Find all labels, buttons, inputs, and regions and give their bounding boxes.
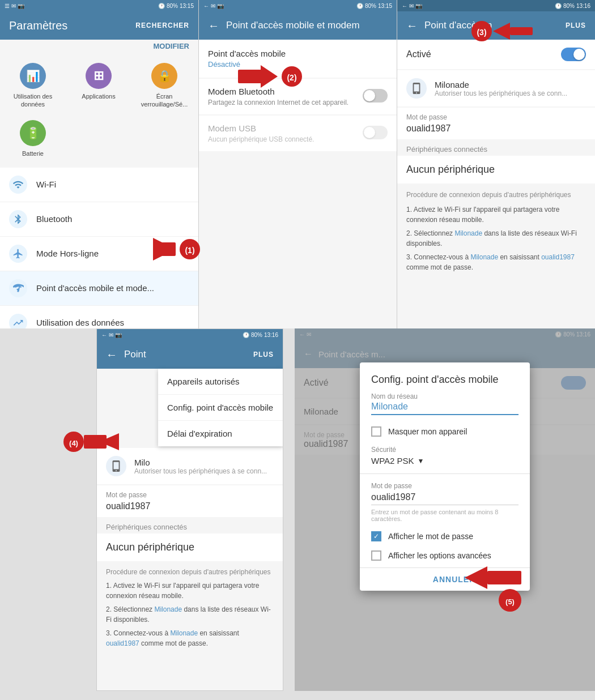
device-name: Milonade xyxy=(435,80,567,89)
p4-status-left: ← ✉ 📷 xyxy=(101,332,122,338)
settings-menu: Wi-Fi Bluetooth Mode Hors-ligne xyxy=(0,168,198,328)
plus-button[interactable]: PLUS xyxy=(566,22,586,29)
usb-modem-content: Modem USB Aucun périphérique USB connect… xyxy=(208,123,363,143)
modal-buttons: ANNULER ENREG. xyxy=(360,568,530,591)
menu-item-hotspot[interactable]: Point d'accès mobile et mode... xyxy=(0,271,198,306)
activated-row: Activé xyxy=(397,40,595,69)
hide-label: Masquer mon appareil xyxy=(388,427,467,436)
show-password-row[interactable]: ✓ Afficher le mot de passe xyxy=(360,527,530,546)
back-arrow-2[interactable]: ← xyxy=(208,19,219,32)
device-info: Milonade Autoriser tous les périphérique… xyxy=(435,80,567,97)
active-toggle[interactable] xyxy=(561,48,586,61)
p4-step-2: 2. Sélectionnez Milonade dans la liste d… xyxy=(106,604,274,625)
usb-modem-section[interactable]: Modem USB Aucun périphérique USB connect… xyxy=(199,116,397,151)
cancel-button[interactable]: ANNULER xyxy=(433,575,475,584)
show-pw-checkbox[interactable]: ✓ xyxy=(371,531,381,541)
p4-step-3: 3. Connectez-vous à Milonade en saisissa… xyxy=(106,628,274,648)
menu-label-airplane: Mode Hors-ligne xyxy=(36,249,99,258)
menu-item-wifi[interactable]: Wi-Fi xyxy=(0,168,198,202)
panel-settings: ☰ ✉ 📷 🕐 80% 13:15 Paramètres RECHERCHER … xyxy=(0,0,198,328)
menu-item-bluetooth[interactable]: Bluetooth xyxy=(0,202,198,237)
icon-label-battery: Batterie xyxy=(22,150,44,157)
data-usage-icon xyxy=(9,314,27,328)
panel3-header: ← Point d'accès m PLUS xyxy=(397,11,595,40)
settings-header: Paramètres RECHERCHER xyxy=(0,11,198,40)
save-button[interactable]: ENREG. xyxy=(487,575,521,584)
hide-device-row[interactable]: Masquer mon appareil xyxy=(360,422,530,441)
panel2-header: ← Point d'accès mobile et modem xyxy=(199,11,397,40)
search-button[interactable]: RECHERCHER xyxy=(135,22,189,29)
icon-item-screen[interactable]: 🔒 Écran verrouillage/Sé... xyxy=(131,57,197,114)
advanced-checkbox[interactable] xyxy=(371,550,381,561)
device-desc: Autoriser tous les périphériques à se co… xyxy=(435,89,567,97)
pw-hint: Entrez un mot de passe contenant au moin… xyxy=(371,509,518,522)
status-icons-left: ☰ ✉ 📷 xyxy=(5,3,24,9)
back-arrow-3[interactable]: ← xyxy=(406,19,418,32)
menu-item-data-usage[interactable]: Utilisation des données xyxy=(0,306,198,328)
panel2-title: Point d'accès mobile et modem xyxy=(226,20,360,31)
dropdown-item-2[interactable]: Config. point d'accès mobile xyxy=(158,395,283,421)
menu-label-wifi: Wi-Fi xyxy=(36,180,56,189)
hotspot-title: Point d'accès mobile xyxy=(208,49,388,58)
back-arrow-4[interactable]: ← xyxy=(106,348,117,361)
modal-divider-1 xyxy=(360,473,530,474)
bluetooth-toggle[interactable] xyxy=(363,89,388,103)
icon-item-data[interactable]: 📊 Utilisation des données xyxy=(0,57,66,114)
p2-status-right: 🕐 80% 13:15 xyxy=(356,3,392,9)
panel3-content: Activé Milonade Autoriser tous les périp… xyxy=(397,40,595,328)
dropdown-item-3[interactable]: Délai d'expiration xyxy=(158,421,283,446)
password-value: oualid1987 xyxy=(406,123,586,134)
device-icon xyxy=(406,78,427,99)
hide-checkbox[interactable] xyxy=(371,426,381,437)
hotspot-mobile-section[interactable]: Point d'accès mobile Désactivé xyxy=(199,40,397,78)
dropdown-item-1[interactable]: Appareils autorisés xyxy=(158,369,283,395)
p4-password: Mot de passe oualid1987 xyxy=(97,485,283,517)
modal-pw-label: Mot de passe xyxy=(371,482,518,490)
p4-device-info: Milo Autoriser tous les périphériques à … xyxy=(134,458,267,475)
modal-pw-value[interactable]: oualid1987 xyxy=(371,492,518,505)
advanced-label: Afficher les options avancées xyxy=(388,551,491,560)
p4-status-right: 🕐 80% 13:16 xyxy=(243,332,278,338)
panel4-header: ← Point PLUS xyxy=(97,340,283,369)
status-icons-right: 🕐 80% 13:15 xyxy=(158,3,194,9)
no-device-text: Aucun périphérique xyxy=(406,164,586,176)
usb-toggle xyxy=(363,126,388,139)
panel4-plus[interactable]: PLUS xyxy=(253,351,274,358)
icon-item-battery[interactable]: 🔋 Batterie xyxy=(0,114,66,163)
menu-item-airplane[interactable]: Mode Hors-ligne xyxy=(0,237,198,271)
p4-pw-value: oualid1987 xyxy=(106,501,274,511)
security-field: Sécurité WPA2 PSK ▼ xyxy=(360,441,530,470)
show-advanced-row[interactable]: Afficher les options avancées xyxy=(360,546,530,567)
status-bar-3: ← ✉ 📷 🕐 80% 13:16 xyxy=(397,0,595,11)
procedure-section: Procédure de connexion depuis d'autres p… xyxy=(397,185,595,281)
screen-icon: 🔒 xyxy=(151,63,177,89)
p4-no-device-text: Aucun périphérique xyxy=(106,541,274,553)
p4-device-name: Milo xyxy=(134,458,267,467)
network-value[interactable]: Milonade xyxy=(371,402,518,415)
panel3-header-left: ← Point d'accès m xyxy=(406,19,492,32)
icon-item-apps[interactable]: ⊞ Applications xyxy=(66,57,131,114)
icon-grid: 📊 Utilisation des données ⊞ Applications… xyxy=(0,53,198,168)
dropdown-menu: Appareils autorisés Config. point d'accè… xyxy=(158,369,283,446)
icon-label-apps: Applications xyxy=(82,92,115,100)
step-3: 3. Connectez-vous à Milonade en saisissa… xyxy=(406,252,586,272)
p4-no-device: Aucun périphérique xyxy=(97,533,283,561)
p4-device-desc: Autoriser tous les périphériques à se co… xyxy=(134,467,267,475)
show-pw-label: Afficher le mot de passe xyxy=(388,532,473,541)
main-container: ☰ ✉ 📷 🕐 80% 13:15 Paramètres RECHERCHER … xyxy=(0,0,595,700)
status-bar-4: ← ✉ 📷 🕐 80% 13:16 xyxy=(97,329,283,340)
svg-point-14 xyxy=(63,432,84,452)
security-value[interactable]: WPA2 PSK ▼ xyxy=(371,456,518,466)
hotspot-status: Désactivé xyxy=(208,60,388,69)
top-row: ☰ ✉ 📷 🕐 80% 13:15 Paramètres RECHERCHER … xyxy=(0,0,595,328)
panel-5: ← ✉🕐 80% 13:16 ← Point d'accès m... Acti… xyxy=(295,328,595,691)
wifi-icon xyxy=(9,176,27,194)
bluetooth-modem-content: Modem Bluetooth Partagez la connexion In… xyxy=(208,87,357,106)
battery-icon: 🔋 xyxy=(20,120,46,146)
bluetooth-modem-section[interactable]: Modem Bluetooth Partagez la connexion In… xyxy=(199,79,397,114)
menu-label-data-usage: Utilisation des données xyxy=(36,318,124,327)
status-bar-2: ← ✉ 📷 🕐 80% 13:15 xyxy=(199,0,397,11)
connected-header: Périphériques connectés xyxy=(397,140,595,156)
p2-status-left: ← ✉ 📷 xyxy=(203,3,224,9)
bluetooth-modem-desc: Partagez la connexion Internet de cet ap… xyxy=(208,99,357,106)
